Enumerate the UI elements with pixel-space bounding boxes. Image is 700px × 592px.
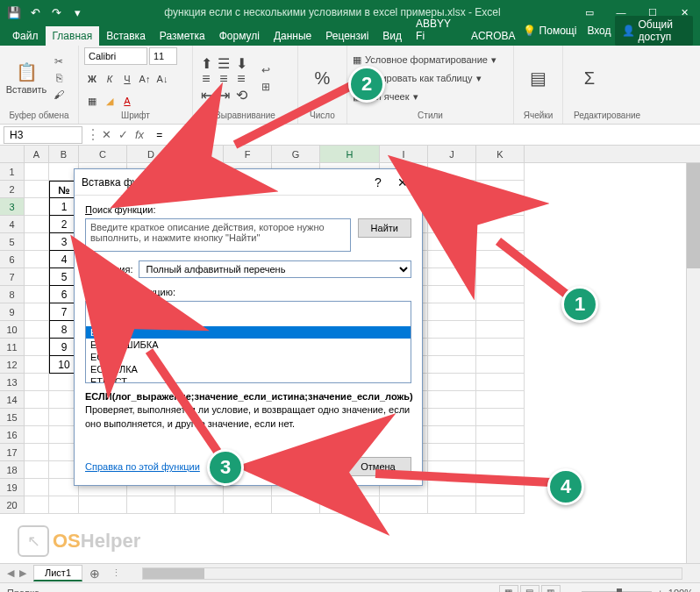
cell[interactable]	[25, 321, 49, 339]
cell[interactable]	[25, 444, 49, 461]
cell[interactable]	[428, 339, 476, 356]
col-header[interactable]: J	[428, 146, 476, 162]
help-link[interactable]: Справка по этой функции	[85, 461, 200, 472]
cell[interactable]	[25, 479, 49, 496]
cell[interactable]	[428, 374, 476, 391]
row-header[interactable]: 5	[0, 233, 25, 251]
cell[interactable]	[428, 409, 476, 426]
font-shrink-icon[interactable]: A↓	[154, 71, 170, 87]
sheet-tab[interactable]: Лист1	[33, 565, 82, 581]
border-icon[interactable]: ▦	[84, 93, 100, 109]
col-header[interactable]: K	[476, 146, 525, 162]
row-header[interactable]: 11	[0, 339, 25, 356]
tab-insert[interactable]: Вставка	[99, 26, 153, 46]
cell[interactable]	[25, 391, 49, 409]
cell[interactable]	[476, 198, 525, 216]
cell[interactable]	[320, 496, 380, 514]
function-list-item[interactable]: ЕСНД	[86, 351, 411, 363]
cell[interactable]	[476, 303, 525, 321]
cell[interactable]	[25, 216, 49, 233]
redo-icon[interactable]: ↷	[49, 5, 63, 19]
row-header[interactable]: 13	[0, 374, 25, 391]
share-button[interactable]: 👤 Общий доступ	[615, 16, 693, 46]
align-bottom-icon[interactable]: ⬇	[233, 55, 249, 71]
normal-view-icon[interactable]: ▦	[499, 585, 518, 593]
row-header[interactable]: 8	[0, 286, 25, 303]
horizontal-scrollbar[interactable]	[142, 567, 682, 580]
col-header[interactable]: A	[25, 146, 49, 162]
cell[interactable]	[428, 479, 476, 496]
cell[interactable]	[476, 391, 525, 409]
cell[interactable]	[476, 409, 525, 426]
cell[interactable]	[476, 496, 525, 514]
align-left-icon[interactable]: ≡	[198, 71, 214, 87]
cell[interactable]	[25, 286, 49, 303]
function-list-item[interactable]: ЕОШИБКА	[86, 302, 411, 314]
tab-view[interactable]: Вид	[375, 26, 409, 46]
tab-formulas[interactable]: Формулі	[212, 26, 267, 46]
add-sheet-icon[interactable]: ⊕	[82, 567, 107, 581]
cell[interactable]	[476, 356, 525, 374]
row-header[interactable]: 19	[0, 479, 25, 496]
cell[interactable]	[476, 163, 525, 181]
align-center-icon[interactable]: ≡	[216, 71, 232, 87]
row-header[interactable]: 18	[0, 461, 25, 479]
cell[interactable]	[428, 286, 476, 303]
qat-dropdown-icon[interactable]: ▾	[70, 5, 84, 19]
tab-abbyy[interactable]: ABBYY Fi	[409, 14, 464, 46]
cell[interactable]	[428, 251, 476, 268]
cancel-formula-icon[interactable]: ✕	[102, 128, 111, 141]
zoom-out-icon[interactable]: −	[571, 588, 576, 593]
cell[interactable]	[428, 496, 476, 514]
col-header[interactable]: H	[320, 146, 380, 162]
row-header[interactable]: 17	[0, 444, 25, 461]
cell[interactable]	[25, 268, 49, 286]
tab-home[interactable]: Главная	[46, 26, 100, 46]
row-header[interactable]: 3	[0, 198, 25, 216]
function-list[interactable]: ЕОШИБКАЕПУСТОЕСЛИЕСЛИОШИБКАЕСНДЕССЫЛКАЕТ…	[85, 301, 411, 383]
row-header[interactable]: 12	[0, 356, 25, 374]
wrap-text-icon[interactable]: ↩	[258, 63, 274, 77]
align-top-icon[interactable]: ⬆	[198, 55, 214, 71]
cell[interactable]	[25, 233, 49, 251]
align-middle-icon[interactable]: ☰	[216, 55, 232, 71]
row-header[interactable]: 2	[0, 181, 25, 198]
formula-input[interactable]: =	[151, 129, 700, 141]
page-break-view-icon[interactable]: ▥	[541, 585, 561, 593]
cell[interactable]	[476, 339, 525, 356]
cell[interactable]	[476, 479, 525, 496]
cell[interactable]	[476, 461, 525, 479]
cell[interactable]	[428, 303, 476, 321]
underline-button[interactable]: Ч	[119, 71, 135, 87]
zoom-in-icon[interactable]: +	[657, 588, 662, 593]
cell[interactable]	[272, 496, 320, 514]
indent-increase-icon[interactable]: ⇥	[216, 87, 232, 103]
search-function-input[interactable]: Введите краткое описание действия, котор…	[85, 218, 351, 252]
function-list-item[interactable]: ЕССЫЛКА	[86, 363, 411, 375]
find-button[interactable]: Найти	[358, 218, 411, 238]
cell[interactable]	[25, 251, 49, 268]
cell[interactable]	[49, 496, 79, 514]
select-all-corner[interactable]	[0, 146, 25, 162]
col-header[interactable]: I	[380, 146, 428, 162]
col-header[interactable]: F	[224, 146, 272, 162]
cell[interactable]	[428, 461, 476, 479]
cell[interactable]	[428, 356, 476, 374]
tab-file[interactable]: Файл	[5, 26, 46, 46]
undo-icon[interactable]: ↶	[28, 5, 42, 19]
row-header[interactable]: 6	[0, 251, 25, 268]
cut-icon[interactable]: ✂	[51, 54, 67, 68]
cell[interactable]	[476, 286, 525, 303]
col-header[interactable]: D	[127, 146, 175, 162]
dialog-help-icon[interactable]: ?	[366, 175, 390, 189]
col-header[interactable]: C	[79, 146, 127, 162]
cell[interactable]	[476, 181, 525, 198]
paste-button[interactable]: 📋 Вставить	[5, 50, 47, 106]
cell[interactable]	[380, 496, 428, 514]
cell[interactable]	[428, 444, 476, 461]
font-size-select[interactable]: 11	[149, 47, 177, 65]
cell[interactable]	[428, 268, 476, 286]
cell[interactable]	[476, 374, 525, 391]
italic-button[interactable]: К	[102, 71, 118, 87]
tab-layout[interactable]: Разметка	[153, 26, 212, 46]
